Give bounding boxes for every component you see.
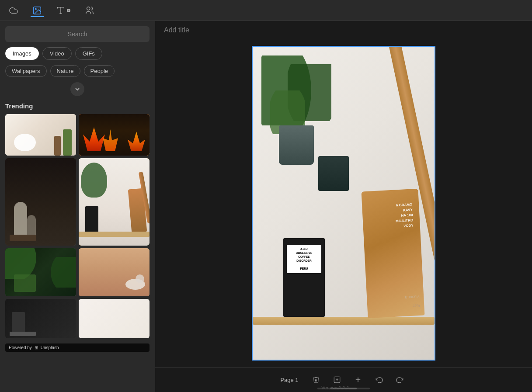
main-layout: Images Video GIFs Wallpapers Nature Peop… — [0, 21, 532, 392]
chip-nature[interactable]: Nature — [50, 65, 80, 77]
unsplash-brand-label: Unsplash — [41, 345, 59, 350]
svg-text:+: + — [68, 9, 70, 12]
bag-origin: ETHIOPIA — [405, 295, 419, 299]
list-item[interactable] — [5, 248, 76, 296]
list-item[interactable] — [5, 114, 76, 156]
cloud-icon[interactable] — [7, 4, 20, 17]
trending-label: Trending — [5, 102, 150, 110]
list-item[interactable] — [5, 299, 76, 338]
people-icon[interactable] — [83, 4, 96, 17]
list-item[interactable] — [79, 248, 150, 296]
list-item[interactable] — [79, 299, 150, 338]
chip-people[interactable]: People — [84, 65, 115, 77]
tab-gifs[interactable]: GIFs — [75, 47, 102, 60]
page-label: Page 1 — [280, 377, 298, 383]
list-item[interactable] — [79, 158, 150, 246]
expand-button[interactable] — [70, 82, 84, 96]
unsplash-icon: ⊞ — [35, 345, 38, 350]
canvas-page: O.C.D.OBSESSIVECOFFEEDISORDERPERU 6 GRAM… — [252, 46, 435, 361]
redo-button[interactable] — [393, 373, 407, 387]
tab-images[interactable]: Images — [5, 47, 39, 60]
undo-button[interactable] — [372, 373, 386, 387]
search-input[interactable] — [5, 26, 150, 42]
coffee-box-text: O.C.D.OBSESSIVECOFFEEDISORDERPERU — [296, 247, 313, 270]
topbar-icons: + — [7, 4, 96, 17]
version-label: Version 1.1.1 — [321, 385, 349, 390]
canvas-area: O.C.D.OBSESSIVECOFFEEDISORDERPERU 6 GRAM… — [155, 21, 532, 392]
canvas-header — [155, 21, 532, 39]
unsplash-powered-label: Powered by — [9, 345, 32, 350]
text-icon[interactable]: + — [54, 4, 73, 17]
tab-video[interactable]: Video — [42, 47, 72, 60]
list-item[interactable] — [79, 114, 150, 156]
topbar: + — [0, 0, 532, 21]
add-button[interactable] — [351, 373, 365, 387]
list-item[interactable] — [5, 158, 76, 246]
canvas-image: O.C.D.OBSESSIVECOFFEEDISORDERPERU 6 GRAM… — [253, 47, 435, 360]
add-title-input[interactable] — [164, 26, 251, 34]
category-chips: Wallpapers Nature People — [5, 65, 150, 77]
canvas-content: O.C.D.OBSESSIVECOFFEEDISORDERPERU 6 GRAM… — [155, 39, 532, 367]
chip-wallpapers[interactable]: Wallpapers — [5, 65, 47, 77]
sidebar: Images Video GIFs Wallpapers Nature Peop… — [0, 21, 155, 392]
bag-weight: 250g — [413, 304, 420, 307]
tabs: Images Video GIFs — [5, 47, 150, 60]
delete-button[interactable] — [309, 373, 323, 387]
image-panel-icon[interactable] — [31, 4, 44, 17]
svg-point-1 — [35, 8, 36, 10]
bag-text: 6 GRAMOKAVYNA 100MILILITROVODY — [396, 203, 414, 228]
image-grid — [5, 114, 150, 338]
unsplash-badge: Powered by ⊞ Unsplash — [5, 343, 150, 352]
svg-point-6 — [87, 7, 90, 10]
